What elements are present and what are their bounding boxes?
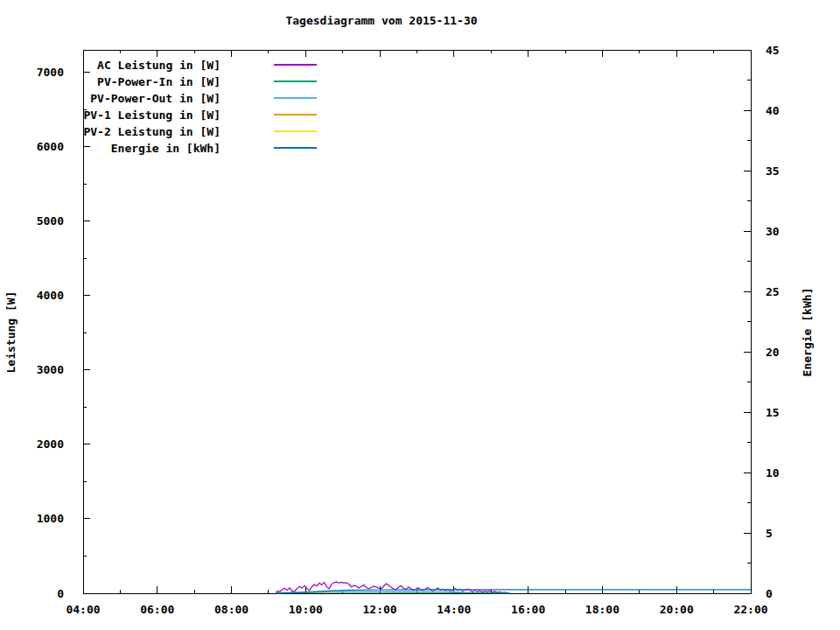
- y-left-tick-label: 4000: [37, 289, 64, 302]
- legend-label-pv-power-in-in-w: PV-Power-In in [W]: [97, 75, 220, 88]
- y-left-tick-label: 2000: [37, 438, 64, 451]
- y-left-tick-label: 6000: [37, 140, 64, 153]
- y-right-tick-label: 40: [766, 104, 780, 117]
- y-right-tick-label: 20: [766, 346, 780, 359]
- x-tick-label: 18:00: [585, 603, 620, 616]
- y-right-tick-label: 35: [766, 164, 780, 178]
- legend-label-pv-power-out-in-w: PV-Power-Out in [W]: [90, 92, 220, 105]
- x-tick-label: 20:00: [660, 603, 694, 616]
- legend-label-pv-2-leistung-in-w: PV-2 Leistung in [W]: [83, 125, 220, 138]
- y-right-tick-label: 15: [766, 406, 780, 419]
- x-tick-label: 14:00: [437, 603, 471, 616]
- x-tick-label: 12:00: [363, 603, 397, 616]
- y-right-tick-label: 0: [766, 587, 773, 600]
- y-right-tick-label: 5: [766, 527, 773, 540]
- legend-label-ac-leistung-in-w: AC Leistung in [W]: [97, 59, 220, 72]
- y-right-tick-label: 30: [766, 225, 780, 238]
- y-left-tick-label: 5000: [37, 214, 64, 228]
- x-tick-label: 08:00: [214, 603, 248, 616]
- y-right-tick-label: 25: [766, 285, 780, 298]
- chart-canvas: 04:0006:0008:0010:0012:0014:0016:0018:00…: [0, 0, 840, 630]
- y-left-tick-label: 0: [57, 587, 64, 600]
- x-tick-label: 16:00: [511, 603, 545, 616]
- y-right-tick-label: 10: [766, 466, 780, 480]
- x-tick-label: 22:00: [733, 603, 767, 616]
- x-tick-label: 10:00: [289, 603, 323, 616]
- y-left-tick-label: 1000: [37, 512, 64, 525]
- x-tick-label: 06:00: [140, 603, 174, 616]
- legend-label-pv-1-leistung-in-w: PV-1 Leistung in [W]: [83, 108, 220, 122]
- y-left-tick-label: 3000: [37, 363, 64, 376]
- x-tick-label: 04:00: [66, 603, 100, 616]
- y-right-tick-label: 45: [766, 44, 780, 57]
- y-left-tick-label: 7000: [37, 66, 64, 79]
- legend-label-energie-in-kwh: Energie in [kWh]: [111, 142, 220, 155]
- chart-page: Tagesdiagramm vom 2015-11-30 Leistung [W…: [0, 0, 840, 630]
